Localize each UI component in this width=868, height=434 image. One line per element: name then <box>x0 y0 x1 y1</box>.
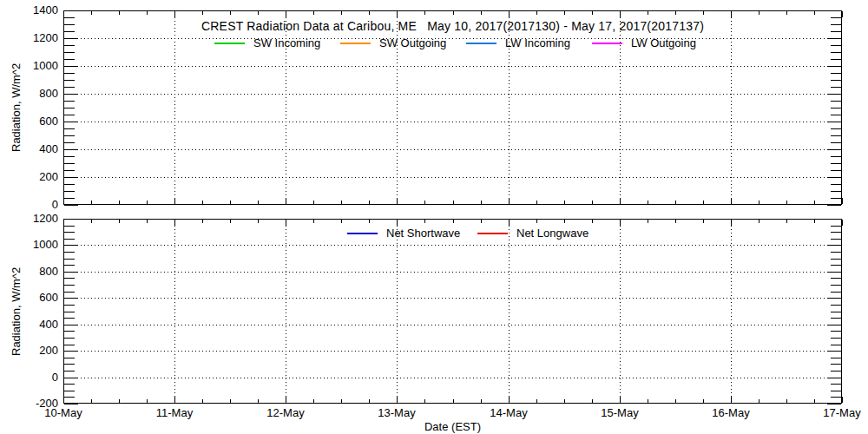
y-minor-tick <box>64 252 75 253</box>
x-minor-tick <box>424 399 425 403</box>
y-minor-tick <box>831 52 841 53</box>
x-minor-tick <box>453 11 454 15</box>
y-minor-tick <box>64 156 75 157</box>
x-major-tick <box>286 220 286 226</box>
y-minor-tick <box>64 17 75 18</box>
x-minor-tick <box>536 11 537 15</box>
y-major-tick <box>64 122 78 122</box>
x-minor-tick <box>592 220 593 223</box>
x-minor-tick <box>675 220 676 223</box>
y-minor-tick <box>831 331 841 332</box>
x-major-tick <box>174 198 175 204</box>
x-minor-tick <box>258 201 259 204</box>
y-tick-label: 800 <box>10 266 58 278</box>
y-minor-tick <box>831 292 841 293</box>
x-gridline <box>620 219 621 404</box>
legend-label-lw-incoming: LW Incoming <box>505 37 570 49</box>
x-minor-tick <box>592 201 593 204</box>
x-major-tick <box>620 198 621 204</box>
x-axis-label: Date (EST) <box>63 420 842 433</box>
x-minor-tick <box>230 201 231 204</box>
x-minor-tick <box>341 220 342 223</box>
x-major-tick <box>63 11 64 17</box>
x-minor-tick <box>202 220 203 223</box>
y-tick-label: 400 <box>10 319 58 331</box>
y-minor-tick <box>64 128 75 129</box>
x-minor-tick <box>786 399 787 403</box>
y-minor-tick <box>831 338 841 339</box>
y-minor-tick <box>64 191 75 192</box>
x-minor-tick <box>703 399 704 403</box>
y-gridline <box>63 177 842 178</box>
y-minor-tick <box>831 384 841 385</box>
x-minor-tick <box>341 399 342 403</box>
y-minor-tick <box>64 73 75 74</box>
x-major-tick <box>174 220 175 226</box>
y-minor-tick <box>64 135 75 136</box>
y-major-tick <box>64 404 78 404</box>
y-minor-tick <box>831 156 841 157</box>
y-minor-tick <box>831 239 841 240</box>
y-minor-tick <box>64 265 75 266</box>
y-minor-tick <box>831 128 841 129</box>
y-minor-tick <box>64 59 75 60</box>
y-minor-tick <box>831 142 841 143</box>
legend-label-sw-incoming: SW Incoming <box>253 37 320 49</box>
x-minor-tick <box>648 399 648 403</box>
y-minor-tick <box>64 170 75 171</box>
y-tick-label: 1200 <box>10 32 58 44</box>
x-major-tick <box>63 198 64 204</box>
x-minor-tick <box>759 220 760 223</box>
y-minor-tick <box>831 87 841 88</box>
x-minor-tick <box>453 399 454 403</box>
x-gridline <box>620 10 621 205</box>
x-minor-tick <box>675 399 676 403</box>
x-major-tick <box>731 220 732 226</box>
y-tick-label: 1000 <box>10 239 58 251</box>
y-minor-tick <box>64 391 75 391</box>
y-major-tick <box>64 10 78 11</box>
x-minor-tick <box>369 399 370 403</box>
y-major-tick <box>827 177 841 178</box>
y-minor-tick <box>831 285 841 286</box>
x-minor-tick <box>147 201 148 204</box>
x-minor-tick <box>592 11 593 15</box>
y-major-tick <box>64 38 78 39</box>
x-minor-tick <box>814 201 815 204</box>
x-minor-tick <box>424 220 425 223</box>
y-minor-tick <box>64 31 75 32</box>
y-minor-tick <box>64 115 75 115</box>
x-minor-tick <box>119 220 120 223</box>
x-minor-tick <box>786 201 787 204</box>
x-gridline <box>397 219 398 404</box>
x-minor-tick <box>759 399 760 403</box>
x-tick-label: 17-May <box>816 407 868 419</box>
top-panel-box <box>63 10 842 205</box>
y-minor-tick <box>64 358 75 358</box>
y-major-tick <box>827 10 841 11</box>
x-minor-tick <box>564 220 565 223</box>
y-major-tick <box>827 122 841 122</box>
x-minor-tick <box>648 11 648 15</box>
x-tick-label: 14-May <box>483 407 535 419</box>
y-major-tick <box>64 177 78 178</box>
x-minor-tick <box>202 11 203 15</box>
y-major-tick <box>827 38 841 39</box>
x-minor-tick <box>147 399 148 403</box>
y-minor-tick <box>64 198 75 199</box>
y-minor-tick <box>831 31 841 32</box>
x-major-tick <box>620 397 621 403</box>
y-minor-tick <box>831 305 841 306</box>
y-gridline <box>63 272 842 273</box>
x-minor-tick <box>258 11 259 15</box>
y-tick-label: 200 <box>10 171 58 183</box>
y-minor-tick <box>64 24 75 25</box>
radiation-chart-figure: CREST Radiation Data at Caribou, ME May … <box>0 0 868 434</box>
x-minor-tick <box>313 220 314 223</box>
x-minor-tick <box>258 220 259 223</box>
x-minor-tick <box>536 220 537 223</box>
x-minor-tick <box>119 399 120 403</box>
x-minor-tick <box>147 11 148 15</box>
x-minor-tick <box>424 11 425 15</box>
legend-line-net-shortwave <box>347 233 378 234</box>
